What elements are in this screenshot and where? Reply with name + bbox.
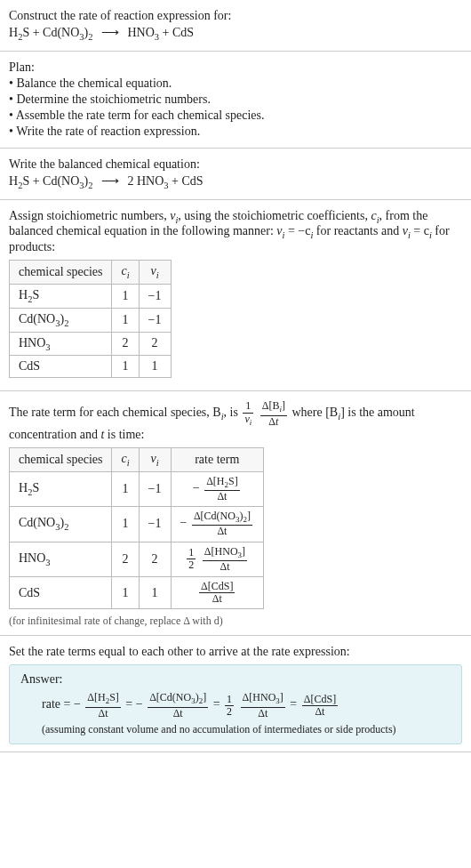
- text: Δ[H: [206, 475, 224, 487]
- fraction: 1 2: [187, 547, 196, 571]
- rateterm-table: chemical species ci νi rate term H2S 1 −…: [9, 447, 264, 610]
- frac-num: Δ[Bi]: [260, 400, 287, 415]
- text: , using the stoichiometric coefficients,: [178, 209, 371, 222]
- cell-nui: −1: [139, 507, 171, 542]
- frac-num: Δ[Cd(NO3)2]: [192, 510, 252, 526]
- text: S]: [109, 691, 119, 703]
- frac-num: Δ[HNO3]: [203, 546, 247, 561]
- text: Cd(NO: [19, 312, 55, 326]
- rateterm-paragraph: The rate term for each chemical species,…: [9, 400, 462, 441]
- infinitesimal-note: (for infinitesimal rate of change, repla…: [9, 615, 462, 628]
- eq-text: HNO: [127, 26, 154, 39]
- table-row: HNO3 2 2 1 2 Δ[HNO3] Δt: [10, 542, 264, 576]
- frac-num: Δ[Cd(NO3)2]: [148, 692, 208, 707]
- t-symbol: t: [275, 415, 278, 428]
- fraction: Δ[CdS] Δt: [302, 694, 338, 718]
- frac-den: Δt: [199, 593, 235, 605]
- reaction-arrow: ⟶: [96, 174, 124, 188]
- text: HNO: [19, 336, 45, 350]
- text: S: [32, 481, 39, 494]
- cell-ci: 1: [112, 471, 139, 506]
- minus-sign: −: [74, 698, 81, 711]
- text: = c: [411, 224, 429, 237]
- rate-word: rate =: [42, 698, 74, 711]
- table-row: H2S 1 −1 − Δ[H2S] Δt: [10, 471, 264, 506]
- cell-species: Cd(NO3)2: [10, 507, 112, 542]
- frac-num: Δ[CdS]: [302, 694, 338, 706]
- eq-text: S + Cd(NO: [22, 26, 79, 39]
- frac-den: Δt: [260, 416, 287, 428]
- frac-den: Δt: [148, 708, 208, 719]
- problem-section: Construct the rate of reaction expressio…: [0, 0, 471, 52]
- frac-num: Δ[H2S]: [85, 692, 121, 707]
- frac-num: 1: [243, 400, 253, 413]
- cell-ci: 1: [112, 284, 139, 308]
- sub: 3: [45, 558, 50, 567]
- text: S: [32, 288, 39, 301]
- fraction: 1 2: [225, 694, 234, 718]
- cell-species: H2S: [10, 471, 112, 506]
- assumption-note: (assuming constant volume and no accumul…: [42, 723, 451, 736]
- sub-i: i: [156, 458, 159, 468]
- text: Δ[H: [87, 691, 105, 703]
- unbalanced-equation: H2S + Cd(NO3)2 ⟶ HNO3 + CdS: [9, 25, 462, 42]
- plan-bullet: • Write the rate of reaction expression.: [9, 125, 462, 139]
- minus-sign: −: [193, 481, 200, 494]
- eq-text: + CdS: [169, 174, 204, 188]
- frac-den: νi: [243, 414, 253, 428]
- text: Δ[HNO: [243, 691, 276, 703]
- table-row: HNO3 2 2: [10, 332, 172, 356]
- eq-sub: 2: [88, 181, 92, 190]
- text: Δ[Cd(NO: [149, 691, 191, 703]
- col-nui: νi: [139, 261, 171, 285]
- final-section: Set the rate terms equal to each other t…: [0, 636, 471, 751]
- frac-num: Δ[CdS]: [199, 581, 235, 593]
- text: The rate term for each chemical species,…: [9, 406, 221, 420]
- eq-text: + CdS: [159, 26, 194, 39]
- answer-label: Answer:: [20, 672, 451, 687]
- frac-num: 1: [187, 547, 196, 559]
- text: Δ[B: [262, 399, 280, 412]
- text: H: [19, 288, 28, 301]
- frac-den: 2: [225, 706, 234, 718]
- text: = −c: [284, 224, 310, 237]
- cell-species: HNO3: [10, 332, 112, 356]
- frac-den: 2: [187, 559, 196, 571]
- frac-num: Δ[HNO3]: [241, 692, 285, 707]
- text: Assign stoichiometric numbers,: [9, 209, 170, 222]
- stoich-paragraph: Assign stoichiometric numbers, νi, using…: [9, 209, 462, 255]
- balanced-equation: H2S + Cd(NO3)2 ⟶ 2 HNO3 + CdS: [9, 173, 462, 190]
- fraction: Δ[HNO3] Δt: [203, 546, 247, 573]
- sub-i: i: [127, 270, 130, 280]
- text: ]: [203, 691, 206, 703]
- fraction: 1 νi: [243, 400, 253, 427]
- rate-expression: rate = − Δ[H2S] Δt = − Δ[Cd(NO3)2] Δt = …: [42, 692, 451, 719]
- table-row: Cd(NO3)2 1 −1: [10, 308, 172, 332]
- frac-num: Δ[H2S]: [204, 476, 240, 491]
- cell-rateterm: − Δ[Cd(NO3)2] Δt: [171, 507, 263, 542]
- final-header: Set the rate terms equal to each other t…: [9, 645, 462, 659]
- problem-title: Construct the rate of reaction expressio…: [9, 9, 462, 23]
- text: where [B: [292, 406, 339, 420]
- equals: =: [290, 698, 299, 711]
- cell-species: H2S: [10, 284, 112, 308]
- table-row: H2S 1 −1: [10, 284, 172, 308]
- cell-ci: 2: [112, 332, 139, 356]
- sub: 2: [64, 522, 68, 532]
- fraction: Δ[H2S] Δt: [204, 476, 240, 502]
- equals: =: [213, 698, 223, 711]
- cell-nui: −1: [139, 308, 171, 332]
- text: HNO: [19, 551, 45, 565]
- table-row: CdS 1 1 Δ[CdS] Δt: [10, 577, 264, 609]
- fraction: Δ[Bi] Δt: [260, 400, 287, 427]
- text: ]: [242, 545, 245, 558]
- eq-text: S + Cd(NO: [22, 174, 79, 188]
- text: ]: [282, 399, 285, 412]
- table-row: Cd(NO3)2 1 −1 − Δ[Cd(NO3)2] Δt: [10, 507, 264, 542]
- eq-text: H: [9, 26, 18, 39]
- cell-nui: 1: [139, 356, 171, 378]
- fraction: Δ[CdS] Δt: [199, 581, 235, 605]
- rateterm-section: The rate term for each chemical species,…: [0, 391, 471, 636]
- text: ]: [280, 691, 283, 703]
- text: for reactants and: [313, 224, 402, 237]
